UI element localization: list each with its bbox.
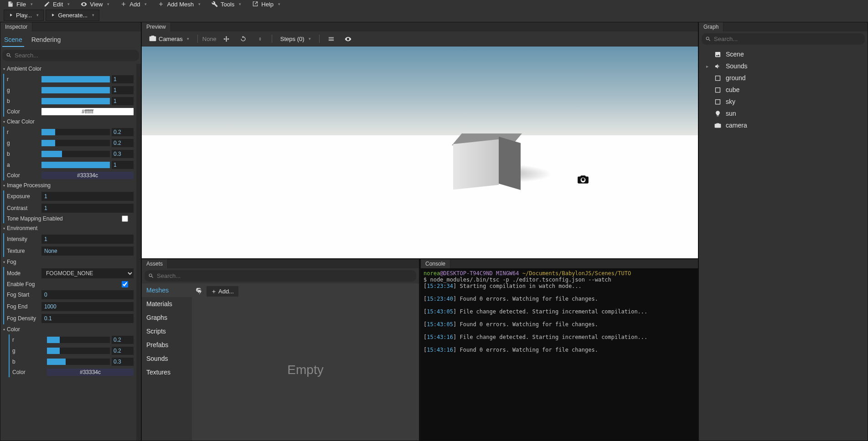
- gizmo-rotate[interactable]: [236, 34, 250, 44]
- fogcolor-g-value[interactable]: [112, 347, 134, 355]
- assets-tab[interactable]: Assets: [142, 259, 168, 268]
- main-layout: Inspector Scene Rendering ▾Ambient Color…: [0, 22, 868, 441]
- subtab-scene[interactable]: Scene: [2, 33, 24, 47]
- toolbar: Play... ▾ Generate... ▾: [0, 8, 868, 22]
- inspector-properties[interactable]: ▾Ambient Color r g b Color#ffffff ▾Clear…: [0, 64, 136, 441]
- ambient-b-slider[interactable]: [41, 98, 110, 104]
- asset-cat-textures[interactable]: Textures: [142, 365, 192, 379]
- asset-cat-prefabs[interactable]: Prefabs: [142, 338, 192, 352]
- menu-tools[interactable]: Tools ▾: [206, 0, 247, 9]
- preview-visibility[interactable]: [341, 34, 355, 44]
- steps-dropdown[interactable]: Steps (0) ▾: [277, 34, 315, 44]
- clear-r-slider[interactable]: [41, 129, 110, 135]
- exposure-input[interactable]: [41, 192, 134, 201]
- viewport-camera-gizmo[interactable]: [576, 174, 590, 185]
- graph-item-scene[interactable]: Scene: [699, 48, 868, 60]
- section-image-processing[interactable]: ▾Image Processing: [0, 180, 135, 190]
- cameras-dropdown[interactable]: Cameras ▾: [145, 33, 193, 44]
- menu-add[interactable]: Add ▾: [115, 0, 152, 9]
- asset-cat-sounds[interactable]: Sounds: [142, 352, 192, 365]
- asset-cat-graphs[interactable]: Graphs: [142, 311, 192, 324]
- asset-cat-meshes[interactable]: Meshes: [142, 283, 192, 297]
- fog-start-input[interactable]: [41, 290, 134, 299]
- gizmo-scale[interactable]: [253, 34, 267, 44]
- ambient-g-value[interactable]: [112, 86, 134, 94]
- inspector-search[interactable]: [2, 50, 139, 61]
- menu-help[interactable]: Help ▾: [247, 0, 286, 9]
- ambient-r-value[interactable]: [112, 75, 134, 83]
- section-fog-color[interactable]: ▾Color: [0, 324, 135, 334]
- menu-view[interactable]: View ▾: [75, 0, 115, 9]
- clear-b-slider[interactable]: [41, 151, 110, 157]
- fog-density-input[interactable]: [41, 314, 134, 323]
- fogcolor-r-slider[interactable]: [47, 337, 110, 343]
- lower-center: Assets Meshes Materials Graphs Scripts P…: [141, 259, 698, 441]
- graph-tab[interactable]: Graph: [699, 22, 723, 31]
- clear-a-value[interactable]: [112, 161, 134, 169]
- ambient-g-slider[interactable]: [41, 87, 110, 93]
- section-clear-color[interactable]: ▾Clear Color: [0, 117, 135, 127]
- clear-b-value[interactable]: [112, 150, 134, 158]
- section-fog[interactable]: ▾Fog: [0, 257, 135, 267]
- assets-add-button[interactable]: Add...: [207, 286, 238, 297]
- menu-file[interactable]: File ▾: [2, 0, 38, 9]
- graph-item-ground[interactable]: ground: [699, 72, 868, 84]
- section-environment[interactable]: ▾Environment: [0, 223, 135, 233]
- console-tab[interactable]: Console: [421, 259, 450, 268]
- clear-g-slider[interactable]: [41, 140, 110, 146]
- tone-mapping-checkbox[interactable]: [122, 215, 128, 222]
- inspector-search-input[interactable]: [15, 52, 135, 59]
- graph-search[interactable]: [702, 33, 865, 45]
- expand-icon[interactable]: ▸: [706, 64, 710, 69]
- fogcolor-b-value[interactable]: [112, 358, 134, 366]
- gizmo-none: None: [202, 36, 217, 42]
- menu-add-mesh[interactable]: Add Mesh ▾: [152, 0, 206, 9]
- graph-item-sounds[interactable]: ▸Sounds: [699, 60, 868, 72]
- menu-label: File: [16, 1, 26, 8]
- contrast-input[interactable]: [41, 204, 134, 213]
- graph-search-input[interactable]: [714, 36, 861, 42]
- fog-mode-select[interactable]: FOGMODE_NONE: [41, 268, 134, 278]
- gizmo-move[interactable]: [219, 34, 233, 44]
- assets-search-input[interactable]: [157, 272, 413, 279]
- collapse-icon: ▾: [3, 226, 5, 231]
- preview-tab[interactable]: Preview: [142, 22, 171, 31]
- inspector-scrollbar[interactable]: [136, 64, 141, 441]
- fogcolor-b-slider[interactable]: [47, 359, 110, 365]
- add-icon: [120, 1, 127, 7]
- viewport-cube[interactable]: [453, 133, 522, 190]
- preview-menu[interactable]: [324, 34, 338, 44]
- fog-end-input[interactable]: [41, 302, 134, 311]
- asset-cat-materials[interactable]: Materials: [142, 297, 192, 311]
- play-button[interactable]: Play... ▾: [4, 10, 44, 21]
- console-output[interactable]: norea@DESKTOP-T94C9ND MINGW64 ~/Document…: [421, 268, 698, 441]
- env-intensity-input[interactable]: [41, 235, 134, 244]
- clear-r-value[interactable]: [112, 128, 134, 136]
- clear-color-swatch[interactable]: #33334c: [41, 172, 134, 179]
- ambient-r-slider[interactable]: [41, 76, 110, 82]
- assets-search[interactable]: [145, 270, 416, 282]
- hamburger-icon: [328, 36, 335, 42]
- asset-cat-scripts[interactable]: Scripts: [142, 324, 192, 338]
- refresh-icon[interactable]: [196, 288, 203, 295]
- inspector-tab[interactable]: Inspector: [0, 22, 32, 31]
- fogcolor-r-value[interactable]: [112, 336, 134, 344]
- menu-edit[interactable]: Edit ▾: [38, 0, 75, 9]
- graph-item-sky[interactable]: sky: [699, 96, 868, 108]
- clear-g-value[interactable]: [112, 139, 134, 147]
- fogcolor-g-slider[interactable]: [47, 348, 110, 354]
- clear-a-slider[interactable]: [41, 162, 110, 168]
- ambient-b-value[interactable]: [112, 97, 134, 105]
- graph-list: Scene ▸Sounds ground cube sky sun camera: [699, 46, 868, 441]
- subtab-rendering[interactable]: Rendering: [30, 33, 63, 47]
- enable-fog-checkbox[interactable]: [122, 281, 128, 287]
- env-texture-input[interactable]: [41, 246, 134, 256]
- graph-item-sun[interactable]: sun: [699, 108, 868, 119]
- graph-item-cube[interactable]: cube: [699, 84, 868, 96]
- graph-item-camera[interactable]: camera: [699, 119, 868, 131]
- fogcolor-swatch[interactable]: #33334c: [47, 369, 134, 376]
- viewport-3d[interactable]: [142, 46, 698, 258]
- section-ambient-color[interactable]: ▾Ambient Color: [0, 64, 135, 74]
- ambient-color-swatch[interactable]: #ffffff: [41, 108, 134, 115]
- generate-button[interactable]: Generate... ▾: [46, 10, 99, 21]
